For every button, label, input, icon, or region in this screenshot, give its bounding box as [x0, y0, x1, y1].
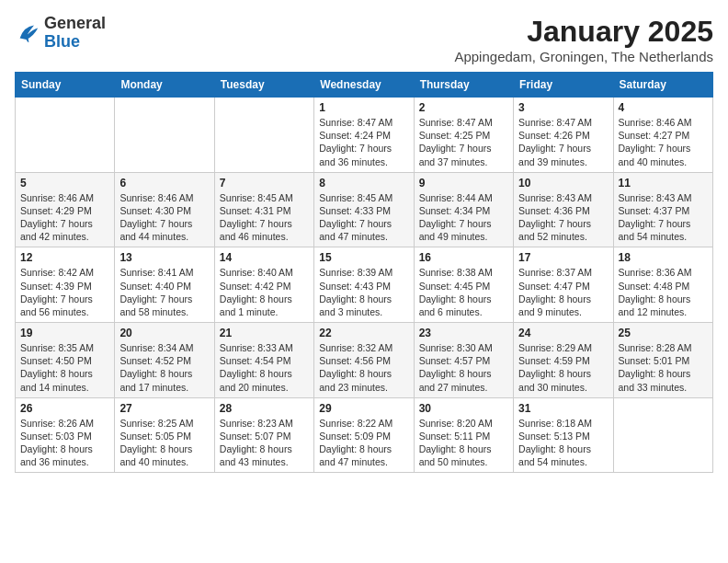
- calendar-cell: 16Sunrise: 8:38 AMSunset: 4:45 PMDayligh…: [414, 247, 513, 323]
- month-year-title: January 2025: [454, 15, 713, 49]
- calendar-cell: 19Sunrise: 8:35 AMSunset: 4:50 PMDayligh…: [16, 323, 115, 398]
- day-info: Sunrise: 8:34 AMSunset: 4:52 PMDaylight:…: [119, 341, 209, 394]
- day-info: Sunrise: 8:23 AMSunset: 5:07 PMDaylight:…: [220, 417, 309, 469]
- calendar-cell: 30Sunrise: 8:20 AMSunset: 5:11 PMDayligh…: [414, 397, 513, 473]
- calendar-week-row: 5Sunrise: 8:46 AMSunset: 4:29 PMDaylight…: [16, 172, 713, 247]
- day-number: 13: [119, 251, 209, 264]
- calendar-cell: 21Sunrise: 8:33 AMSunset: 4:54 PMDayligh…: [214, 323, 313, 398]
- logo-general: General: [44, 15, 106, 33]
- location-subtitle: Appingedam, Groningen, The Netherlands: [454, 49, 713, 64]
- day-info: Sunrise: 8:43 AMSunset: 4:36 PMDaylight:…: [518, 191, 608, 244]
- day-info: Sunrise: 8:35 AMSunset: 4:50 PMDaylight:…: [20, 341, 109, 394]
- calendar-cell: 4Sunrise: 8:46 AMSunset: 4:27 PMDaylight…: [613, 98, 712, 173]
- day-info: Sunrise: 8:45 AMSunset: 4:33 PMDaylight:…: [319, 191, 408, 244]
- day-info: Sunrise: 8:22 AMSunset: 5:09 PMDaylight:…: [319, 417, 408, 469]
- day-info: Sunrise: 8:40 AMSunset: 4:42 PMDaylight:…: [220, 266, 309, 318]
- day-number: 28: [220, 402, 309, 415]
- day-info: Sunrise: 8:39 AMSunset: 4:43 PMDaylight:…: [319, 266, 408, 318]
- day-info: Sunrise: 8:38 AMSunset: 4:45 PMDaylight:…: [419, 266, 508, 318]
- calendar-cell: 28Sunrise: 8:23 AMSunset: 5:07 PMDayligh…: [214, 397, 313, 473]
- day-info: Sunrise: 8:47 AMSunset: 4:25 PMDaylight:…: [419, 116, 508, 168]
- day-info: Sunrise: 8:46 AMSunset: 4:29 PMDaylight:…: [20, 191, 109, 244]
- day-number: 18: [619, 251, 708, 264]
- calendar-cell: 6Sunrise: 8:46 AMSunset: 4:30 PMDaylight…: [115, 172, 214, 247]
- calendar-table: SundayMondayTuesdayWednesdayThursdayFrid…: [15, 72, 713, 473]
- calendar-cell: 20Sunrise: 8:34 AMSunset: 4:52 PMDayligh…: [115, 323, 214, 398]
- day-number: 22: [319, 327, 408, 339]
- calendar-cell: 17Sunrise: 8:37 AMSunset: 4:47 PMDayligh…: [514, 247, 613, 323]
- title-block: January 2025 Appingedam, Groningen, The …: [454, 15, 713, 64]
- day-info: Sunrise: 8:28 AMSunset: 5:01 PMDaylight:…: [619, 341, 708, 394]
- calendar-header-row: SundayMondayTuesdayWednesdayThursdayFrid…: [16, 73, 713, 98]
- calendar-cell: 9Sunrise: 8:44 AMSunset: 4:34 PMDaylight…: [414, 172, 513, 247]
- day-number: 8: [319, 177, 408, 190]
- day-info: Sunrise: 8:26 AMSunset: 5:03 PMDaylight:…: [20, 417, 109, 469]
- weekday-header-tuesday: Tuesday: [214, 73, 313, 98]
- day-number: 23: [419, 327, 508, 339]
- day-number: 5: [20, 177, 109, 190]
- calendar-cell: 25Sunrise: 8:28 AMSunset: 5:01 PMDayligh…: [613, 323, 712, 398]
- day-info: Sunrise: 8:20 AMSunset: 5:11 PMDaylight:…: [419, 417, 508, 469]
- day-info: Sunrise: 8:25 AMSunset: 5:05 PMDaylight:…: [119, 417, 209, 469]
- day-info: Sunrise: 8:42 AMSunset: 4:39 PMDaylight:…: [20, 266, 109, 318]
- calendar-cell: [214, 98, 313, 173]
- calendar-cell: 31Sunrise: 8:18 AMSunset: 5:13 PMDayligh…: [514, 397, 613, 473]
- day-number: 12: [20, 251, 109, 264]
- day-info: Sunrise: 8:45 AMSunset: 4:31 PMDaylight:…: [220, 191, 309, 244]
- calendar-cell: [115, 98, 214, 173]
- calendar-cell: [16, 98, 115, 173]
- day-info: Sunrise: 8:33 AMSunset: 4:54 PMDaylight:…: [220, 341, 309, 394]
- day-number: 29: [319, 402, 408, 415]
- logo-blue: Blue: [44, 33, 106, 52]
- day-number: 26: [20, 402, 109, 415]
- calendar-cell: 3Sunrise: 8:47 AMSunset: 4:26 PMDaylight…: [514, 98, 613, 173]
- day-number: 16: [419, 251, 508, 264]
- calendar-week-row: 1Sunrise: 8:47 AMSunset: 4:24 PMDaylight…: [16, 98, 713, 173]
- day-number: 30: [419, 402, 508, 415]
- day-info: Sunrise: 8:44 AMSunset: 4:34 PMDaylight:…: [419, 191, 508, 244]
- calendar-cell: 1Sunrise: 8:47 AMSunset: 4:24 PMDaylight…: [314, 98, 414, 173]
- day-info: Sunrise: 8:36 AMSunset: 4:48 PMDaylight:…: [619, 266, 708, 318]
- day-number: 9: [419, 177, 508, 190]
- day-number: 21: [220, 327, 309, 339]
- day-number: 2: [419, 101, 508, 114]
- calendar-cell: 12Sunrise: 8:42 AMSunset: 4:39 PMDayligh…: [16, 247, 115, 323]
- day-number: 24: [518, 327, 608, 339]
- day-info: Sunrise: 8:32 AMSunset: 4:56 PMDaylight:…: [319, 341, 408, 394]
- day-number: 19: [20, 327, 109, 339]
- day-info: Sunrise: 8:30 AMSunset: 4:57 PMDaylight:…: [419, 341, 508, 394]
- weekday-header-wednesday: Wednesday: [314, 73, 414, 98]
- calendar-cell: 5Sunrise: 8:46 AMSunset: 4:29 PMDaylight…: [16, 172, 115, 247]
- calendar-cell: 24Sunrise: 8:29 AMSunset: 4:59 PMDayligh…: [514, 323, 613, 398]
- weekday-header-friday: Friday: [514, 73, 613, 98]
- page-header: General Blue January 2025 Appingedam, Gr…: [15, 15, 713, 64]
- day-info: Sunrise: 8:47 AMSunset: 4:26 PMDaylight:…: [518, 116, 608, 168]
- calendar-week-row: 19Sunrise: 8:35 AMSunset: 4:50 PMDayligh…: [16, 323, 713, 398]
- day-number: 17: [518, 251, 608, 264]
- day-number: 3: [518, 101, 608, 114]
- day-number: 1: [319, 101, 408, 114]
- calendar-cell: 2Sunrise: 8:47 AMSunset: 4:25 PMDaylight…: [414, 98, 513, 173]
- day-info: Sunrise: 8:47 AMSunset: 4:24 PMDaylight:…: [319, 116, 408, 168]
- calendar-cell: 10Sunrise: 8:43 AMSunset: 4:36 PMDayligh…: [514, 172, 613, 247]
- calendar-cell: 18Sunrise: 8:36 AMSunset: 4:48 PMDayligh…: [613, 247, 712, 323]
- day-number: 15: [319, 251, 408, 264]
- calendar-week-row: 12Sunrise: 8:42 AMSunset: 4:39 PMDayligh…: [16, 247, 713, 323]
- calendar-cell: 27Sunrise: 8:25 AMSunset: 5:05 PMDayligh…: [115, 397, 214, 473]
- day-number: 10: [518, 177, 608, 190]
- day-number: 14: [220, 251, 309, 264]
- weekday-header-saturday: Saturday: [613, 73, 712, 98]
- logo-text: General Blue: [44, 15, 106, 52]
- day-number: 7: [220, 177, 309, 190]
- calendar-cell: 22Sunrise: 8:32 AMSunset: 4:56 PMDayligh…: [314, 323, 414, 398]
- day-number: 25: [619, 327, 708, 339]
- day-info: Sunrise: 8:41 AMSunset: 4:40 PMDaylight:…: [119, 266, 209, 318]
- day-number: 31: [518, 402, 608, 415]
- calendar-cell: 23Sunrise: 8:30 AMSunset: 4:57 PMDayligh…: [414, 323, 513, 398]
- calendar-cell: [613, 397, 712, 473]
- calendar-cell: 7Sunrise: 8:45 AMSunset: 4:31 PMDaylight…: [214, 172, 313, 247]
- day-info: Sunrise: 8:46 AMSunset: 4:27 PMDaylight:…: [619, 116, 708, 168]
- day-info: Sunrise: 8:46 AMSunset: 4:30 PMDaylight:…: [119, 191, 209, 244]
- weekday-header-sunday: Sunday: [16, 73, 115, 98]
- day-info: Sunrise: 8:18 AMSunset: 5:13 PMDaylight:…: [518, 417, 608, 469]
